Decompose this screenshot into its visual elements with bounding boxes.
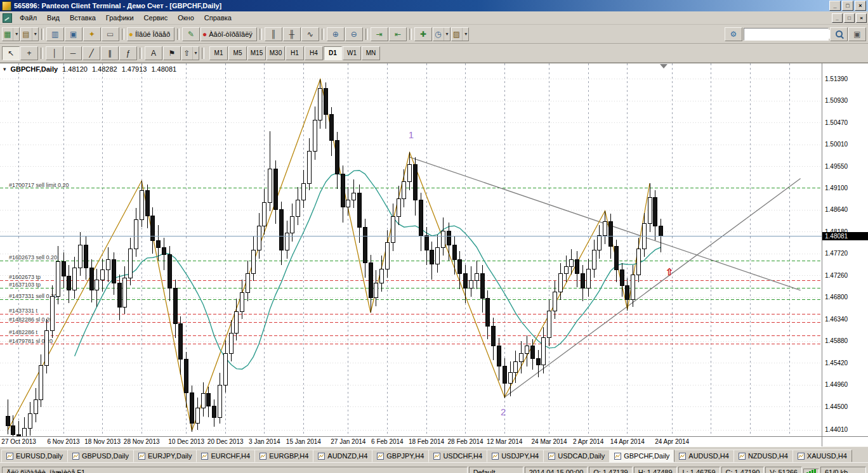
crosshair-button[interactable]: + bbox=[20, 46, 38, 60]
chart-tab-xauusd[interactable]: XAUUSD,H4 bbox=[792, 450, 852, 462]
periods-dropdown-arrow[interactable]: ▾ bbox=[444, 28, 449, 41]
menu-item-5[interactable]: Сервис bbox=[139, 12, 173, 23]
menu-item-1[interactable]: Файл bbox=[15, 12, 42, 23]
templates-dropdown-arrow[interactable]: ▾ bbox=[462, 28, 467, 41]
menu-item-6[interactable]: Окно bbox=[173, 12, 199, 23]
line-chart-mode-button[interactable]: ∿ bbox=[301, 27, 319, 41]
expert-settings-button[interactable]: ⚙ bbox=[725, 27, 742, 41]
trendlines[interactable] bbox=[410, 157, 801, 398]
new-chart-button[interactable]: ▦▾ bbox=[2, 27, 20, 41]
autotrading-button[interactable]: ●Àâòî-òîðãîâëÿ bbox=[201, 27, 257, 41]
date-axis[interactable]: 27 Oct 20136 Nov 201318 Nov 201328 Nov 2… bbox=[0, 436, 822, 447]
chart-close-value: 1.48081 bbox=[151, 65, 176, 73]
zoom-out-button[interactable]: ⊖ bbox=[345, 27, 363, 41]
up-arrow-object[interactable]: ⇧ bbox=[666, 266, 674, 277]
data-window-icon: ▣ bbox=[70, 30, 77, 38]
chart-tab-eurgbp[interactable]: EURGBP,H4 bbox=[254, 450, 313, 462]
chart-tab-audnzd[interactable]: AUDNZD,H4 bbox=[313, 450, 372, 462]
new-order-button[interactable]: ●Íîâûé Îðäåð bbox=[127, 27, 174, 41]
fibonacci-retracement-button[interactable]: ƒ bbox=[119, 46, 137, 60]
order-lines[interactable]: #1700717 sell limit 0.20#1602673 sell 0.… bbox=[0, 182, 822, 344]
chart-shift-button[interactable]: ⇤ bbox=[389, 27, 407, 41]
chart-tab-eurusd[interactable]: EURUSD,Daily bbox=[1, 450, 68, 462]
bar-chart-mode-button[interactable]: ║ bbox=[265, 27, 282, 41]
chart-area[interactable]: #1700717 sell limit 0.20#1602673 sell 0.… bbox=[0, 63, 868, 446]
menu-item-7[interactable]: Справка bbox=[199, 12, 237, 23]
one-click-trading-arrow[interactable]: ▾ bbox=[3, 66, 6, 72]
timeframe-mn-button[interactable]: MN bbox=[362, 46, 380, 60]
new-chart-dropdown-arrow[interactable]: ▾ bbox=[13, 28, 18, 41]
trendline-button[interactable]: ╱ bbox=[82, 46, 100, 60]
timeframe-m30-button[interactable]: M30 bbox=[266, 46, 285, 60]
market-watch-button[interactable]: ▥ bbox=[46, 27, 64, 41]
metaeditor-button[interactable]: ✎ bbox=[182, 27, 200, 41]
equidistant-channel-button[interactable]: ∥ bbox=[101, 46, 119, 60]
chart-tab-nzdusd[interactable]: NZDUSD,H4 bbox=[733, 450, 793, 462]
menu-item-4[interactable]: Графики bbox=[101, 12, 139, 23]
chart-tab-eurjpy[interactable]: EURJPY,Daily bbox=[133, 450, 197, 462]
date-axis-label: 18 Feb 2014 bbox=[404, 438, 449, 445]
profiles-button[interactable]: ▤▾ bbox=[20, 27, 38, 41]
window-maximize-button[interactable]: □ bbox=[842, 1, 853, 11]
chart-tab-usdcad[interactable]: USDCAD,Daily bbox=[543, 450, 610, 462]
chart-tab-audusd[interactable]: AUDUSD,H4 bbox=[674, 450, 734, 462]
chart-tab-eurchf[interactable]: EURCHF,H4 bbox=[196, 450, 255, 462]
menu-item-3[interactable]: Вставка bbox=[65, 12, 101, 23]
symbol-combobox[interactable]: ▾ bbox=[744, 28, 829, 41]
chart-close-button[interactable]: × bbox=[856, 13, 867, 23]
date-axis-label: 3 Jan 2014 bbox=[242, 438, 287, 445]
chart-tab-gbpchf[interactable]: GBPCHF,Daily bbox=[609, 450, 674, 462]
chart-maximize-button[interactable]: □ bbox=[844, 13, 855, 23]
text-button[interactable]: A bbox=[145, 46, 162, 60]
indicators-button[interactable]: ✚ bbox=[414, 27, 432, 41]
symbol-search-button[interactable] bbox=[830, 27, 848, 41]
data-window-button[interactable]: ▣ bbox=[65, 27, 82, 41]
chart-windows-button[interactable]: ▣ bbox=[848, 27, 866, 41]
candlestick-mode-button[interactable]: ╫ bbox=[283, 27, 301, 41]
toolbar-separator bbox=[177, 29, 180, 40]
window-close-button[interactable]: × bbox=[855, 1, 866, 11]
chart-shift-marker[interactable] bbox=[660, 64, 667, 68]
timeframe-d1-button[interactable]: D1 bbox=[324, 46, 342, 60]
toolbar-separator bbox=[140, 48, 142, 59]
menu-item-2[interactable]: Вид bbox=[42, 12, 65, 23]
profiles-dropdown-arrow[interactable]: ▾ bbox=[32, 28, 37, 41]
toolbar-separator bbox=[202, 48, 204, 59]
timeframe-m5-button[interactable]: M5 bbox=[228, 46, 247, 60]
chart-minimize-button[interactable]: _ bbox=[832, 13, 843, 23]
status-traffic: 61/0 kb bbox=[820, 467, 866, 473]
timeframe-m15-button[interactable]: M15 bbox=[247, 46, 266, 60]
arrows-button[interactable]: ⇧▾ bbox=[181, 46, 199, 60]
cursor-button[interactable]: ↖ bbox=[2, 46, 20, 60]
price-axis[interactable]: 1.513901.509301.504701.500101.495501.491… bbox=[822, 63, 868, 436]
text-icon: A bbox=[151, 49, 156, 57]
toolbar-right-a: ⚙ bbox=[725, 27, 742, 41]
chart-tab-gbpjpy[interactable]: GBPJPY,H4 bbox=[372, 450, 429, 462]
timeframe-h4-button[interactable]: H4 bbox=[305, 46, 323, 60]
navigator-button[interactable]: ✦ bbox=[83, 27, 101, 41]
templates-button[interactable]: ▨▾ bbox=[451, 27, 469, 41]
timeframe-w1-button[interactable]: W1 bbox=[343, 46, 361, 60]
zoom-in-button[interactable]: ⊕ bbox=[327, 27, 345, 41]
horizontal-line-button[interactable]: ─ bbox=[64, 46, 82, 60]
title-bar[interactable]: 565896: Panteon Client Terminal - Демо С… bbox=[0, 0, 868, 11]
auto-scroll-button[interactable]: ⇥ bbox=[371, 27, 388, 41]
chart-tab-usdchf[interactable]: USDCHF,H4 bbox=[428, 450, 487, 462]
wave-annotations[interactable]: 12 bbox=[409, 129, 506, 417]
chart-tab-gbpusd[interactable]: GBPUSD,Daily bbox=[67, 450, 134, 462]
price-axis-label: 1.47720 bbox=[825, 250, 848, 257]
terminal-button[interactable]: ▭ bbox=[102, 27, 119, 41]
timeframe-m1-button[interactable]: M1 bbox=[209, 46, 228, 60]
chart-tab-label: USDCHF,H4 bbox=[443, 452, 482, 460]
chart-tab-usdjpy[interactable]: USDJPY,H4 bbox=[487, 450, 544, 462]
vertical-line-button[interactable]: │ bbox=[46, 46, 63, 60]
window-minimize-button[interactable]: _ bbox=[829, 1, 841, 11]
periods-button[interactable]: ◷▾ bbox=[433, 27, 450, 41]
chart-ohlc-header: ▾ GBPCHF,Daily 1.48120 1.48282 1.47913 1… bbox=[3, 65, 176, 73]
symbol-combobox-input[interactable] bbox=[744, 30, 838, 39]
timeframe-h1-button[interactable]: H1 bbox=[286, 46, 304, 60]
text-label-button[interactable]: ⚑ bbox=[163, 46, 181, 60]
arrows-dropdown-arrow[interactable]: ▾ bbox=[192, 47, 197, 60]
status-profile[interactable]: Default bbox=[469, 467, 523, 473]
chart-plot[interactable]: #1700717 sell limit 0.20#1602673 sell 0.… bbox=[0, 63, 822, 436]
